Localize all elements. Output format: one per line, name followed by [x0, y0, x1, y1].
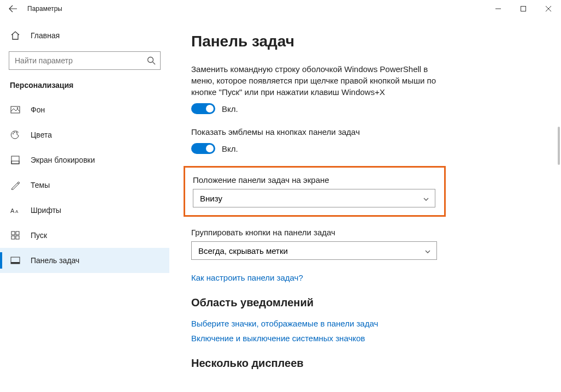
grouping-label: Группировать кнопки на панели задач [191, 228, 539, 237]
sidebar-item-label: Экран блокировки [31, 156, 95, 164]
sidebar-item-background[interactable]: Фон [0, 97, 169, 122]
svg-point-5 [14, 132, 15, 133]
sidebar-item-label: Фон [31, 105, 45, 114]
sidebar-home[interactable]: Главная [0, 23, 169, 48]
svg-point-4 [13, 133, 14, 134]
position-value: Внизу [200, 194, 222, 203]
setting-powershell-text: Заменить командную строку оболочкой Wind… [191, 63, 442, 98]
page-title: Панель задач [191, 33, 539, 50]
toggle-label: Вкл. [222, 104, 238, 114]
titlebar: Параметры [0, 0, 561, 17]
sidebar-item-label: Темы [31, 181, 50, 189]
close-icon [546, 6, 551, 11]
sidebar-item-label: Шрифты [31, 206, 61, 215]
sidebar-item-lockscreen[interactable]: Экран блокировки [0, 147, 169, 173]
back-button[interactable] [4, 0, 22, 17]
link-select-icons[interactable]: Выберите значки, отображаемые в панели з… [191, 319, 539, 328]
highlight-box: Положение панели задач на экране Внизу [184, 166, 446, 217]
svg-point-1 [148, 57, 153, 63]
section-multiple-displays: Несколько дисплеев [191, 357, 539, 370]
search-icon [147, 56, 156, 65]
sidebar-item-label: Цвета [31, 130, 52, 139]
svg-rect-12 [16, 231, 19, 235]
toggle-row-badges: Вкл. [191, 143, 539, 154]
section-notification-area: Область уведомлений [191, 296, 539, 309]
scrollbar[interactable] [558, 127, 560, 165]
sidebar-home-label: Главная [31, 31, 60, 40]
link-system-icons[interactable]: Включение и выключение системных значков [191, 334, 539, 343]
taskbar-icon [10, 255, 21, 266]
svg-point-6 [16, 132, 17, 133]
svg-text:A: A [15, 209, 19, 214]
image-icon [10, 104, 21, 115]
sidebar-item-label: Панель задач [31, 256, 79, 265]
chevron-down-icon [423, 195, 429, 201]
sidebar-item-taskbar[interactable]: Панель задач [0, 248, 169, 273]
toggle-powershell[interactable] [191, 103, 215, 114]
position-label: Положение панели задач на экране [193, 175, 436, 185]
minimize-icon [495, 6, 501, 11]
sidebar-item-fonts[interactable]: AA Шрифты [0, 198, 169, 223]
home-icon [10, 30, 21, 41]
minimize-button[interactable] [486, 0, 511, 17]
start-icon [10, 230, 21, 241]
content: Панель задач Заменить командную строку о… [169, 17, 561, 392]
lockscreen-icon [10, 155, 21, 165]
svg-rect-0 [521, 7, 526, 11]
svg-point-3 [17, 108, 18, 109]
search-box[interactable] [9, 51, 161, 70]
palette-icon [10, 129, 21, 140]
chevron-down-icon [424, 247, 431, 254]
sidebar: Главная Персонализация Фон Цвета Экран б… [0, 17, 169, 392]
toggle-row-powershell: Вкл. [191, 103, 539, 114]
sidebar-section: Персонализация [0, 75, 169, 97]
maximize-icon [521, 6, 526, 11]
help-link[interactable]: Как настроить панели задач? [191, 273, 539, 282]
setting-badges-text: Показать эмблемы на кнопках панели задач [191, 126, 442, 138]
sidebar-item-themes[interactable]: Темы [0, 173, 169, 198]
maximize-button[interactable] [511, 0, 536, 17]
themes-icon [10, 180, 21, 191]
svg-rect-11 [11, 231, 15, 235]
main: Главная Персонализация Фон Цвета Экран б… [0, 17, 561, 392]
fonts-icon: AA [10, 205, 21, 216]
toggle-badges[interactable] [191, 143, 215, 154]
window-title: Параметры [27, 5, 62, 13]
sidebar-item-label: Пуск [31, 231, 47, 240]
svg-text:A: A [10, 207, 15, 214]
svg-rect-8 [11, 161, 19, 164]
grouping-select[interactable]: Всегда, скрывать метки [191, 241, 437, 260]
close-button[interactable] [536, 0, 561, 17]
svg-rect-16 [11, 262, 20, 264]
arrow-left-icon [9, 4, 17, 13]
svg-rect-14 [16, 236, 19, 239]
svg-rect-13 [11, 236, 15, 239]
grouping-value: Всегда, скрывать метки [198, 246, 288, 256]
toggle-label: Вкл. [222, 144, 238, 153]
search-input[interactable] [15, 56, 147, 65]
svg-rect-7 [11, 156, 19, 164]
sidebar-item-colors[interactable]: Цвета [0, 122, 169, 147]
position-select[interactable]: Внизу [193, 189, 435, 207]
sidebar-item-start[interactable]: Пуск [0, 223, 169, 248]
